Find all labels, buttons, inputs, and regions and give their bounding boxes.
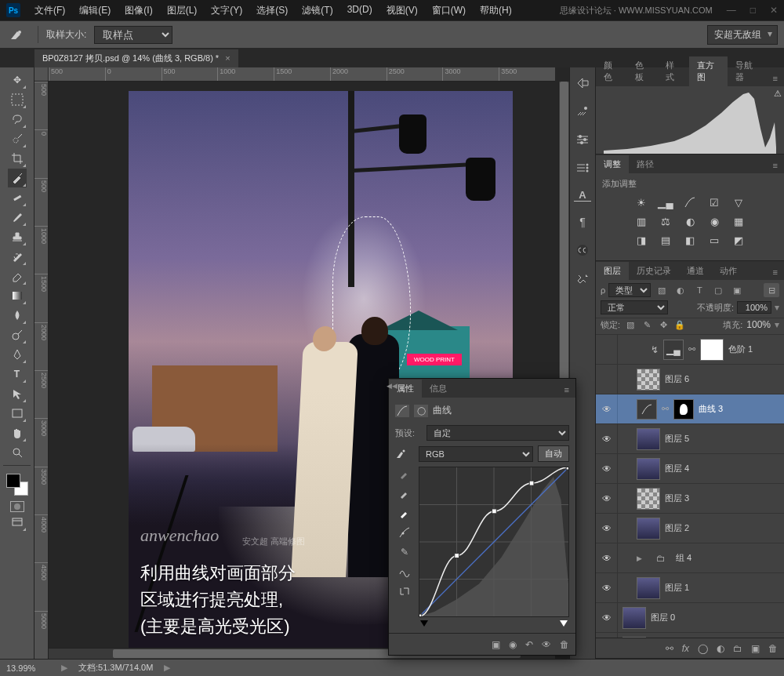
- lock-all-icon[interactable]: 🔒: [673, 318, 686, 331]
- tab-layers[interactable]: 图层: [596, 262, 629, 280]
- history-brush-tool[interactable]: [8, 247, 27, 266]
- layer-fx-icon[interactable]: fx: [682, 643, 689, 654]
- preset-select[interactable]: 自定: [426, 425, 569, 441]
- healing-tool[interactable]: [8, 188, 27, 207]
- posterize-icon[interactable]: ▤: [659, 234, 673, 246]
- smooth-icon[interactable]: [397, 565, 412, 579]
- eyedropper-tool[interactable]: [8, 169, 27, 187]
- layer-list[interactable]: ↯▁▄⚯色阶 1图层 6👁⚯曲线 3👁图层 5👁图层 4👁图层 3👁图层 2👁▶…: [596, 335, 784, 638]
- document-tab[interactable]: BP0Z8127 拷贝.psd @ 14% (曲线 3, RGB/8) * ×: [34, 49, 238, 67]
- delete-layer-icon[interactable]: 🗑: [768, 643, 778, 654]
- tab-styles[interactable]: 样式: [658, 56, 689, 86]
- filter-shape-icon[interactable]: ▢: [710, 283, 726, 297]
- fill-value[interactable]: 100%: [746, 319, 771, 330]
- reset-icon[interactable]: ↶: [525, 639, 533, 650]
- lock-pos-icon[interactable]: ✥: [657, 318, 670, 331]
- toggle-visibility-icon[interactable]: 👁: [542, 639, 551, 650]
- crop-tool[interactable]: [8, 149, 27, 168]
- filter-smart-icon[interactable]: ▣: [729, 283, 745, 297]
- layer-row[interactable]: 👁图层 0: [596, 603, 784, 633]
- link-layers-icon[interactable]: ⚯: [666, 643, 673, 654]
- menu-help[interactable]: 帮助(H): [474, 1, 518, 20]
- visibility-toggle-icon[interactable]: 👁: [596, 424, 618, 453]
- channel-select[interactable]: RGB: [419, 446, 533, 462]
- visibility-toggle-icon[interactable]: 👁: [596, 573, 618, 602]
- channelmixer-icon[interactable]: ▦: [731, 215, 746, 227]
- exposure-icon[interactable]: ☑: [707, 196, 721, 209]
- zoom-level[interactable]: 13.99%: [6, 663, 50, 673]
- close-tab-icon[interactable]: ×: [225, 53, 230, 63]
- layer-thumb[interactable]: [622, 637, 646, 638]
- menu-window[interactable]: 窗口(W): [426, 1, 472, 20]
- filter-type-icon[interactable]: T: [691, 283, 707, 297]
- quick-mask-toggle[interactable]: [10, 501, 24, 512]
- lasso-tool[interactable]: [8, 110, 27, 129]
- menu-select[interactable]: 选择(S): [250, 1, 294, 20]
- layer-row[interactable]: 👁图层 5: [596, 424, 784, 454]
- link-icon[interactable]: ⚯: [662, 404, 669, 414]
- invert-icon[interactable]: ◨: [634, 234, 648, 246]
- move-tool[interactable]: ✥: [8, 71, 27, 89]
- shape-tool[interactable]: [8, 404, 27, 423]
- layer-thumb[interactable]: [637, 369, 660, 391]
- visibility-toggle-icon[interactable]: 👁: [596, 514, 618, 543]
- layer-name[interactable]: 图层 2: [665, 522, 689, 534]
- filter-toggle-icon[interactable]: ⊟: [764, 283, 779, 297]
- levels-icon[interactable]: ▁▄: [659, 196, 673, 209]
- visibility-toggle-icon[interactable]: 👁: [596, 394, 618, 423]
- nav-view-icon[interactable]: [574, 75, 591, 91]
- auto-button[interactable]: 自动: [538, 445, 569, 462]
- dodge-tool[interactable]: [8, 325, 27, 344]
- link-icon[interactable]: ⚯: [688, 344, 695, 354]
- marquee-tool[interactable]: [8, 90, 27, 109]
- menu-layer[interactable]: 图层(L): [161, 1, 204, 20]
- type-tool[interactable]: T: [8, 365, 27, 383]
- layer-name[interactable]: 图层 1: [665, 582, 689, 594]
- black-point-slider[interactable]: [420, 620, 428, 627]
- clip-to-layer-icon[interactable]: ▣: [492, 639, 500, 650]
- layer-thumb[interactable]: [637, 458, 660, 480]
- layer-row[interactable]: 👁图层 4: [596, 454, 784, 484]
- visibility-toggle-icon[interactable]: 👁: [596, 603, 618, 632]
- brush-tool[interactable]: [8, 208, 27, 227]
- menu-3d[interactable]: 3D(D): [341, 1, 379, 20]
- target-adjust-icon[interactable]: [395, 449, 414, 460]
- layer-row[interactable]: ↯▁▄⚯色阶 1: [596, 335, 784, 365]
- current-tool-icon[interactable]: [6, 25, 30, 44]
- panel-menu-icon[interactable]: ≡: [558, 382, 575, 398]
- brushes-icon[interactable]: [574, 104, 591, 119]
- layer-name[interactable]: 图层 3: [665, 492, 689, 504]
- filter-pixel-icon[interactable]: ▧: [654, 283, 670, 297]
- layer-thumb[interactable]: [622, 607, 646, 629]
- mask-icon[interactable]: ◯: [414, 405, 428, 417]
- new-group-icon[interactable]: 🗀: [733, 643, 742, 654]
- layer-thumb[interactable]: [637, 488, 660, 510]
- eraser-tool[interactable]: [8, 267, 27, 285]
- delete-adjustment-icon[interactable]: 🗑: [560, 639, 569, 650]
- new-adjustment-icon[interactable]: ◐: [717, 643, 724, 654]
- lock-paint-icon[interactable]: ✎: [641, 318, 653, 331]
- cc-icon[interactable]: [574, 242, 591, 258]
- panel-menu-icon[interactable]: ≡: [767, 71, 784, 86]
- layer-row[interactable]: 👁▶🗀组 4: [596, 543, 784, 573]
- minimize-button[interactable]: —: [727, 5, 736, 16]
- clip-icon[interactable]: [397, 584, 412, 598]
- wrench-icon[interactable]: [574, 271, 591, 286]
- white-point-slider[interactable]: [560, 620, 568, 627]
- opacity-value[interactable]: 100%: [737, 301, 771, 314]
- settings-icon[interactable]: [574, 132, 591, 147]
- lock-trans-icon[interactable]: ▧: [624, 318, 637, 331]
- visibility-toggle-icon[interactable]: 👁: [596, 454, 618, 483]
- layer-thumb[interactable]: [637, 428, 660, 450]
- filter-adjust-icon[interactable]: ◐: [673, 283, 688, 297]
- layer-row[interactable]: 图层 6: [596, 365, 784, 394]
- stamp-tool[interactable]: [8, 227, 27, 246]
- layer-name[interactable]: 图层 0: [651, 612, 675, 623]
- character-icon[interactable]: A: [574, 188, 591, 202]
- visibility-toggle-icon[interactable]: 👁: [596, 484, 618, 513]
- layer-row[interactable]: 👁图层 1: [596, 573, 784, 603]
- screen-mode-tool[interactable]: [8, 513, 27, 532]
- menu-filter[interactable]: 滤镜(T): [296, 1, 339, 20]
- layer-mask-thumb[interactable]: [700, 339, 724, 361]
- collapse-icon[interactable]: ◀◀: [387, 382, 397, 390]
